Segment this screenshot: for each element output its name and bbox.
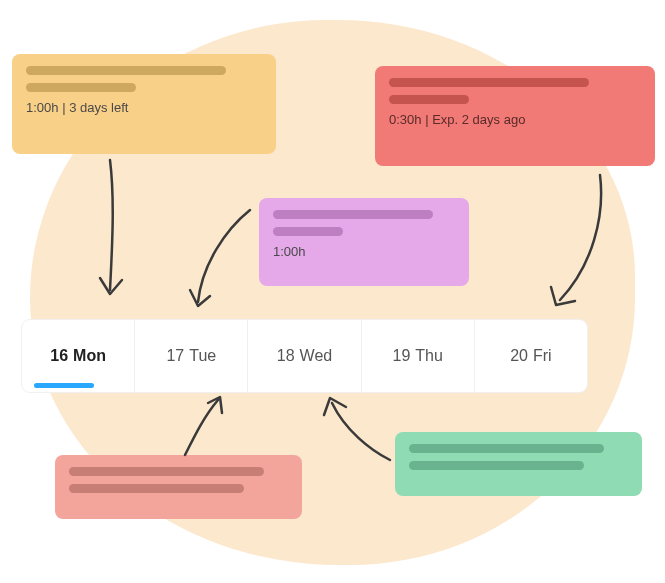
day-cell-thu[interactable]: 19 Thu bbox=[362, 320, 475, 392]
day-of-week: Fri bbox=[533, 347, 552, 365]
placeholder-line bbox=[69, 484, 244, 493]
placeholder-line bbox=[26, 83, 136, 92]
day-of-week: Thu bbox=[415, 347, 443, 365]
placeholder-line bbox=[69, 467, 264, 476]
placeholder-line bbox=[389, 78, 589, 87]
placeholder-line bbox=[409, 461, 584, 470]
selected-day-underline bbox=[34, 383, 94, 388]
diagram-stage: 1:00h | 3 days left 0:30h | Exp. 2 days … bbox=[0, 0, 665, 583]
day-cell-wed[interactable]: 18 Wed bbox=[248, 320, 361, 392]
task-meta: 0:30h | Exp. 2 days ago bbox=[389, 112, 641, 127]
placeholder-line bbox=[26, 66, 226, 75]
day-of-week: Wed bbox=[300, 347, 333, 365]
day-number: 18 bbox=[277, 347, 295, 365]
task-meta: 1:00h | 3 days left bbox=[26, 100, 262, 115]
day-number: 19 bbox=[393, 347, 411, 365]
task-card-purple[interactable]: 1:00h bbox=[259, 198, 469, 286]
task-card-pink[interactable] bbox=[55, 455, 302, 519]
task-card-red[interactable]: 0:30h | Exp. 2 days ago bbox=[375, 66, 655, 166]
placeholder-line bbox=[389, 95, 469, 104]
day-number: 16 bbox=[50, 347, 68, 365]
placeholder-line bbox=[273, 227, 343, 236]
day-number: 20 bbox=[510, 347, 528, 365]
week-strip: 16 Mon 17 Tue 18 Wed 19 Thu 20 Fri bbox=[22, 320, 587, 392]
day-cell-tue[interactable]: 17 Tue bbox=[135, 320, 248, 392]
placeholder-line bbox=[273, 210, 433, 219]
day-cell-mon[interactable]: 16 Mon bbox=[22, 320, 135, 392]
day-of-week: Mon bbox=[73, 347, 106, 365]
day-of-week: Tue bbox=[189, 347, 216, 365]
task-card-green[interactable] bbox=[395, 432, 642, 496]
day-cell-fri[interactable]: 20 Fri bbox=[475, 320, 587, 392]
task-card-orange[interactable]: 1:00h | 3 days left bbox=[12, 54, 276, 154]
task-meta: 1:00h bbox=[273, 244, 455, 259]
day-number: 17 bbox=[166, 347, 184, 365]
placeholder-line bbox=[409, 444, 604, 453]
